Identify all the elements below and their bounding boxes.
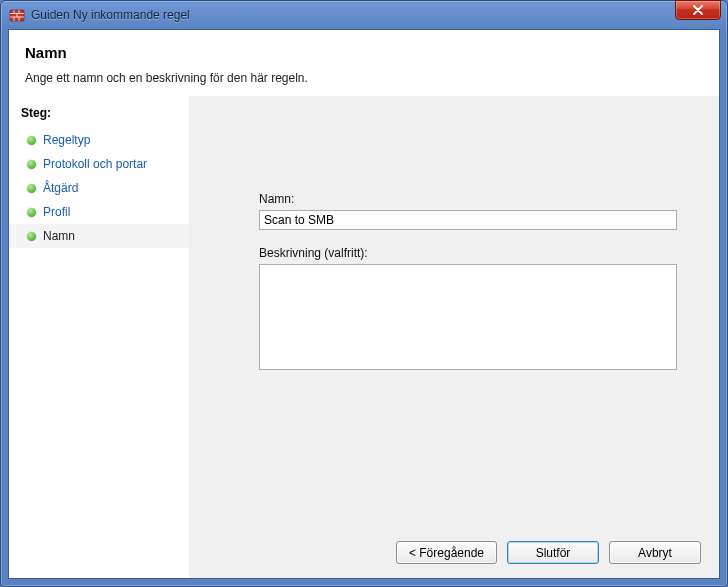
page-subtitle: Ange ett namn och en beskrivning för den… — [25, 71, 703, 85]
cancel-button[interactable]: Avbryt — [609, 541, 701, 564]
client-area: Namn Ange ett namn och en beskrivning fö… — [8, 29, 720, 579]
finish-button[interactable]: Slutför — [507, 541, 599, 564]
description-label: Beskrivning (valfritt): — [259, 246, 677, 260]
wizard-body: Steg: Regeltyp Protokoll och portar Åtgä… — [9, 96, 719, 578]
name-label: Namn: — [259, 192, 677, 206]
steps-sidebar: Steg: Regeltyp Protokoll och portar Åtgä… — [9, 96, 189, 578]
step-label: Protokoll och portar — [43, 157, 147, 171]
step-bullet-icon — [27, 232, 36, 241]
step-label: Regeltyp — [43, 133, 90, 147]
step-atgard[interactable]: Åtgärd — [9, 176, 189, 200]
step-namn[interactable]: Namn — [9, 224, 189, 248]
step-regeltyp[interactable]: Regeltyp — [9, 128, 189, 152]
step-protokoll-och-portar[interactable]: Protokoll och portar — [9, 152, 189, 176]
titlebar: Guiden Ny inkommande regel — [1, 1, 727, 29]
page-title: Namn — [25, 44, 703, 61]
name-input[interactable] — [259, 210, 677, 230]
description-input[interactable] — [259, 264, 677, 370]
steps-heading: Steg: — [9, 106, 189, 128]
step-label: Åtgärd — [43, 181, 78, 195]
step-bullet-icon — [27, 136, 36, 145]
button-row: < Föregående Slutför Avbryt — [396, 541, 701, 564]
close-icon — [692, 5, 704, 15]
step-profil[interactable]: Profil — [9, 200, 189, 224]
step-label: Namn — [43, 229, 75, 243]
window-title: Guiden Ny inkommande regel — [31, 8, 721, 22]
step-label: Profil — [43, 205, 70, 219]
back-button[interactable]: < Föregående — [396, 541, 497, 564]
step-bullet-icon — [27, 184, 36, 193]
main-panel: Namn: Beskrivning (valfritt): < Föregåen… — [189, 96, 719, 578]
wizard-header: Namn Ange ett namn och en beskrivning fö… — [9, 30, 719, 100]
step-bullet-icon — [27, 208, 36, 217]
close-button[interactable] — [675, 0, 721, 20]
wizard-window: Guiden Ny inkommande regel Namn Ange ett… — [0, 0, 728, 587]
firewall-icon — [9, 7, 25, 23]
form-area: Namn: Beskrivning (valfritt): — [259, 192, 677, 373]
step-bullet-icon — [27, 160, 36, 169]
